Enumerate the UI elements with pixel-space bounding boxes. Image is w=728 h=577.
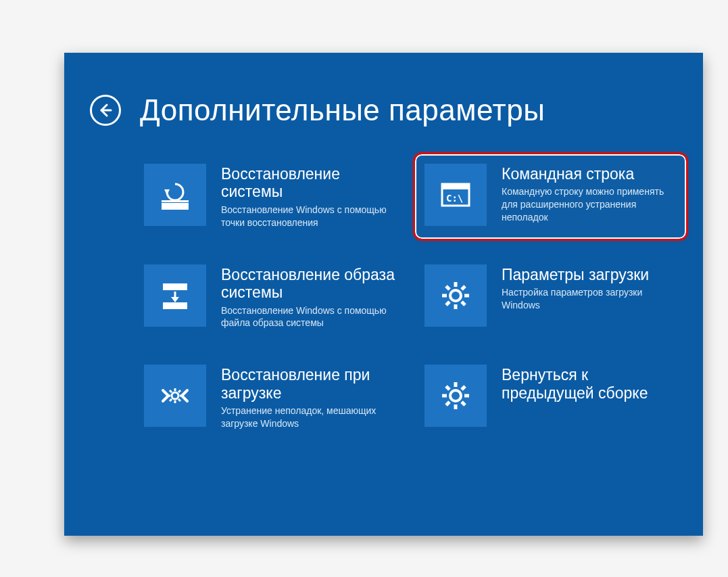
option-go-back-build[interactable]: Вернуться к предыдущей сборке [420, 361, 681, 434]
option-command-prompt[interactable]: C:\ Командная строка Командную строку мо… [415, 154, 686, 239]
options-grid: Восстановление системы Восстановление Wi… [140, 160, 681, 434]
option-text: Командная строка Командную строку можно … [502, 164, 677, 224]
svg-marker-10 [171, 297, 179, 302]
tile [144, 365, 206, 427]
tile [424, 264, 487, 327]
svg-line-18 [446, 302, 450, 305]
startup-repair-icon [155, 375, 195, 416]
tile: C:\ [424, 164, 487, 226]
svg-line-37 [462, 402, 465, 405]
svg-line-34 [446, 386, 450, 390]
image-recovery-icon [155, 275, 195, 316]
back-arrow-icon [97, 102, 114, 118]
back-button[interactable] [90, 95, 121, 126]
tile [144, 264, 206, 327]
option-image-recovery[interactable]: Восстановление образа системы Восстановл… [140, 260, 400, 334]
option-text: Параметры загрузки Настройка параметров … [502, 264, 677, 312]
svg-rect-7 [163, 283, 187, 290]
option-desc: Командную строку можно применять для рас… [502, 185, 677, 224]
svg-rect-2 [162, 203, 189, 210]
svg-point-20 [172, 392, 178, 399]
option-desc: Устранение неполадок, мешающих загрузке … [221, 405, 396, 430]
system-restore-icon [155, 175, 195, 215]
svg-line-28 [178, 399, 180, 401]
svg-rect-8 [163, 302, 187, 309]
svg-point-29 [450, 390, 461, 401]
option-startup-settings[interactable]: Параметры загрузки Настройка параметров … [420, 260, 681, 334]
page-title: Дополнительные параметры [140, 93, 545, 127]
option-title: Командная строка [502, 165, 677, 183]
option-title: Параметры загрузки [502, 266, 677, 283]
svg-line-36 [446, 402, 450, 405]
svg-line-35 [462, 386, 465, 390]
gear-icon [435, 275, 476, 316]
svg-text:C:\: C:\ [446, 193, 463, 204]
svg-marker-1 [164, 189, 170, 195]
option-title: Восстановление при загрузке [221, 366, 396, 402]
option-system-restore[interactable]: Восстановление системы Восстановление Wi… [140, 160, 400, 233]
svg-line-17 [462, 286, 465, 290]
gear-icon [435, 375, 476, 416]
svg-rect-3 [162, 200, 189, 202]
option-desc: Восстановление Windows с помощью файла о… [221, 304, 396, 330]
option-text: Восстановление при загрузке Устранение н… [221, 365, 396, 430]
svg-point-11 [450, 290, 461, 301]
option-text: Восстановление образа системы Восстановл… [221, 264, 396, 330]
tile [424, 365, 487, 427]
command-prompt-icon: C:\ [435, 175, 476, 215]
svg-line-25 [170, 390, 172, 392]
option-title: Восстановление образа системы [221, 266, 396, 302]
svg-line-27 [170, 399, 172, 401]
svg-line-26 [178, 390, 180, 392]
option-desc: Настройка параметров загрузки Windows [502, 286, 677, 312]
option-desc: Восстановление Windows с помощью точки в… [221, 204, 396, 229]
option-startup-repair[interactable]: Восстановление при загрузке Устранение н… [140, 361, 400, 434]
recovery-window: Дополнительные параметры Восстановление … [64, 53, 703, 536]
header: Дополнительные параметры [90, 93, 545, 127]
option-text: Вернуться к предыдущей сборке [502, 365, 677, 405]
svg-rect-5 [442, 184, 469, 189]
svg-line-19 [462, 302, 465, 305]
option-title: Восстановление системы [221, 165, 396, 201]
option-title: Вернуться к предыдущей сборке [502, 366, 677, 402]
svg-line-16 [446, 286, 450, 290]
option-text: Восстановление системы Восстановление Wi… [221, 164, 396, 229]
tile [144, 164, 206, 226]
